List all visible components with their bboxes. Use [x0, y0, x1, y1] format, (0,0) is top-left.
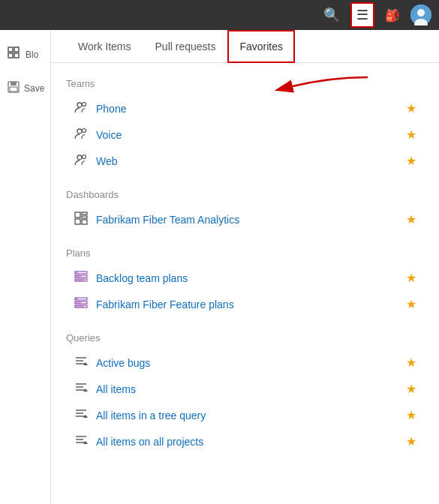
panel-area: Work Items Pull requests Favorites Teams	[51, 30, 439, 504]
panel-content: Teams Phone ★	[51, 63, 439, 504]
item-label-all-items-projects: All items on all projects	[96, 436, 398, 448]
svg-rect-19	[75, 219, 80, 224]
svg-point-12	[77, 129, 82, 134]
svg-rect-6	[14, 53, 19, 58]
list-item-backlog-plans[interactable]: Backlog team plans ★	[66, 265, 424, 291]
section-queries: Queries Active bugs ★	[66, 332, 424, 454]
svg-rect-20	[82, 220, 87, 224]
list-item-all-items-projects[interactable]: All items on all projects ★	[66, 428, 424, 454]
section-teams: Teams Phone ★	[66, 78, 424, 174]
svg-rect-17	[82, 212, 87, 214]
bag-icon[interactable]: 🎒	[380, 5, 404, 26]
plans-icon-feature	[74, 296, 89, 312]
list-item-phone[interactable]: Phone ★	[66, 95, 424, 122]
tab-work-items[interactable]: Work Items	[66, 30, 143, 63]
query-icon-all-items-tree	[74, 407, 89, 423]
svg-rect-8	[11, 82, 17, 86]
sidebar-label-save: Save	[24, 83, 44, 94]
team-icon-voice	[74, 127, 89, 142]
star-active-bugs[interactable]: ★	[406, 356, 416, 370]
svg-rect-16	[75, 212, 80, 218]
tab-pull-requests[interactable]: Pull requests	[143, 30, 228, 63]
svg-rect-3	[8, 47, 13, 52]
svg-rect-18	[82, 216, 87, 218]
svg-point-10	[77, 103, 82, 107]
star-all-items-tree[interactable]: ★	[406, 408, 416, 422]
item-label-feature-plans: Fabrikam Fiber Feature plans	[96, 298, 398, 310]
svg-rect-22	[75, 272, 78, 274]
query-icon-all-items-projects	[74, 434, 89, 449]
dashboard-icon	[74, 212, 89, 227]
list-item-active-bugs[interactable]: Active bugs ★	[66, 350, 424, 376]
board-icon	[8, 46, 21, 63]
section-dashboards: Dashboards Fabrikam Fiber Team Anal	[66, 189, 424, 232]
item-label-web: Web	[96, 155, 398, 167]
star-voice[interactable]: ★	[406, 128, 416, 142]
tabs-row: Work Items Pull requests Favorites	[51, 30, 439, 63]
top-bar: 🔍 ☰ 🎒	[0, 0, 439, 30]
svg-rect-32	[75, 305, 84, 308]
menu-icon[interactable]: ☰	[350, 2, 374, 28]
section-title-dashboards: Dashboards	[66, 189, 424, 200]
svg-point-13	[83, 129, 86, 133]
item-label-all-items-tree: All items in a tree query	[96, 410, 398, 422]
list-item-voice[interactable]: Voice ★	[66, 122, 424, 148]
item-label-all-items: All items	[96, 383, 398, 395]
left-sidebar: Blo Save	[0, 30, 51, 504]
list-item-all-items[interactable]: All items ★	[66, 376, 424, 402]
list-item-web[interactable]: Web ★	[66, 148, 424, 174]
svg-rect-9	[10, 87, 17, 92]
svg-point-15	[83, 155, 86, 159]
main-content: Blo Save Work Items	[0, 30, 439, 504]
item-label-phone: Phone	[96, 103, 398, 115]
svg-point-11	[83, 103, 86, 106]
star-feature-plans[interactable]: ★	[406, 297, 416, 311]
svg-point-14	[77, 155, 82, 160]
item-label-backlog-plans: Backlog team plans	[96, 272, 398, 284]
sidebar-item-save[interactable]: Save	[0, 72, 50, 105]
item-label-fabrikam-analytics: Fabrikam Fiber Team Analytics	[96, 214, 398, 226]
list-item-fabrikam-analytics[interactable]: Fabrikam Fiber Team Analytics ★	[66, 206, 424, 232]
item-label-voice: Voice	[96, 129, 398, 141]
star-web[interactable]: ★	[406, 154, 416, 168]
star-all-items-projects[interactable]: ★	[406, 434, 416, 448]
section-title-teams: Teams	[66, 78, 424, 89]
save-icon	[8, 81, 20, 96]
avatar[interactable]	[410, 4, 431, 26]
section-plans: Plans Backlog team	[66, 248, 424, 317]
list-item-feature-plans[interactable]: Fabrikam Fiber Feature plans ★	[66, 291, 424, 317]
section-title-queries: Queries	[66, 332, 424, 344]
sidebar-item-board[interactable]: Blo	[0, 38, 50, 72]
svg-rect-26	[75, 279, 84, 281]
section-title-plans: Plans	[66, 248, 424, 259]
sidebar-label-blo: Blo	[26, 50, 38, 60]
query-icon-active-bugs	[74, 355, 89, 370]
svg-rect-28	[75, 298, 78, 300]
plans-icon-backlog	[74, 270, 89, 286]
star-phone[interactable]: ★	[406, 101, 416, 116]
svg-rect-5	[8, 53, 13, 58]
team-icon-web	[74, 153, 89, 169]
svg-rect-30	[75, 302, 81, 304]
tab-favorites[interactable]: Favorites	[227, 30, 295, 63]
svg-point-1	[417, 9, 425, 16]
team-icon	[74, 100, 89, 116]
svg-rect-24	[75, 275, 81, 278]
search-icon[interactable]: 🔍	[319, 4, 344, 26]
item-label-active-bugs: Active bugs	[96, 357, 398, 369]
star-fabrikam-analytics[interactable]: ★	[406, 212, 416, 226]
star-all-items[interactable]: ★	[406, 382, 416, 396]
list-item-all-items-tree[interactable]: All items in a tree query ★	[66, 402, 424, 428]
query-icon-all-items	[74, 381, 89, 397]
star-backlog-plans[interactable]: ★	[406, 271, 416, 285]
svg-rect-4	[14, 47, 19, 52]
